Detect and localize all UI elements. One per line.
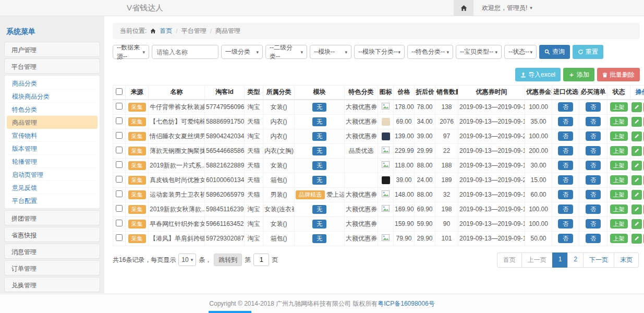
filter-select-状态[interactable]: --状态--▾ xyxy=(504,45,537,59)
must-buy-toggle[interactable]: 否 xyxy=(586,234,601,243)
per-page-select[interactable]: 10 ▾ xyxy=(178,254,196,266)
status-toggle[interactable]: 上架 xyxy=(610,175,628,185)
row-checkbox[interactable] xyxy=(116,220,123,226)
status-toggle[interactable]: 上架 xyxy=(610,161,628,170)
status-toggle[interactable]: 上架 xyxy=(610,204,628,214)
sidebar-group-拼团管理[interactable]: 拼团管理 xyxy=(4,210,100,225)
sidebar-item-轮播管理[interactable]: 轮播管理 xyxy=(7,155,98,168)
pager-button-末页[interactable]: 末页 xyxy=(614,252,639,268)
edit-button[interactable] xyxy=(631,204,642,214)
status-toggle[interactable]: 上架 xyxy=(610,102,628,112)
sidebar-item-意见反馈[interactable]: 意见反馈 xyxy=(7,181,98,194)
import-select-toggle[interactable]: 否 xyxy=(558,161,573,170)
pager-button-1[interactable]: 1 xyxy=(552,252,568,268)
must-buy-toggle[interactable]: 否 xyxy=(586,146,601,155)
must-buy-toggle[interactable]: 否 xyxy=(586,204,601,214)
sidebar-item-特色分类[interactable]: 特色分类 xyxy=(7,103,98,116)
import-select-toggle[interactable]: 否 xyxy=(558,234,573,243)
edit-button[interactable] xyxy=(631,234,642,244)
sidebar-group-订单管理[interactable]: 订单管理 xyxy=(4,260,100,275)
edit-button[interactable] xyxy=(631,102,642,112)
import-excel-button[interactable]: 导入excel xyxy=(515,68,561,81)
pager-button-2[interactable]: 2 xyxy=(567,252,584,268)
row-checkbox[interactable] xyxy=(116,190,123,197)
row-checkbox[interactable] xyxy=(116,161,123,168)
must-buy-toggle[interactable]: 否 xyxy=(586,175,601,185)
sidebar-item-商品管理[interactable]: 商品管理 xyxy=(7,116,98,129)
filter-select-一级分类[interactable]: 一级分类▾ xyxy=(221,45,263,59)
row-checkbox[interactable] xyxy=(116,234,123,241)
edit-button[interactable] xyxy=(631,117,642,127)
filter-select-二级分类[interactable]: --二级分类--▾ xyxy=(265,45,307,59)
icp-link[interactable]: 粤ICP备16098006号 xyxy=(378,299,434,308)
status-toggle[interactable]: 上架 xyxy=(610,234,628,243)
status-toggle[interactable]: 上架 xyxy=(610,219,628,228)
edit-button[interactable] xyxy=(631,131,642,141)
status-toggle[interactable]: 上架 xyxy=(610,131,628,141)
row-checkbox[interactable] xyxy=(116,132,123,139)
sidebar-group-省惠快报[interactable]: 省惠快报 xyxy=(4,227,100,242)
select-all-checkbox[interactable] xyxy=(116,88,123,95)
must-buy-toggle[interactable]: 否 xyxy=(586,219,601,228)
status-toggle[interactable]: 上架 xyxy=(610,117,628,126)
sidebar-item-平台配置[interactable]: 平台配置 xyxy=(7,194,98,207)
sidebar-item-模块商品分类[interactable]: 模块商品分类 xyxy=(7,90,98,103)
sidebar-item-商品分类[interactable]: 商品分类 xyxy=(7,77,98,90)
col-header-price: 价格 xyxy=(394,86,415,100)
cell-type: 天猫 xyxy=(245,143,263,158)
import-select-toggle[interactable]: 否 xyxy=(558,175,573,185)
sidebar-group-兑换管理[interactable]: 兑换管理 xyxy=(4,277,100,292)
row-checkbox[interactable] xyxy=(116,117,123,124)
must-buy-toggle[interactable]: 否 xyxy=(586,102,601,112)
filter-select-模块[interactable]: --模块--▾ xyxy=(310,45,351,59)
import-select-toggle[interactable]: 否 xyxy=(558,131,573,141)
row-checkbox[interactable] xyxy=(116,205,123,212)
import-select-toggle[interactable]: 否 xyxy=(558,190,573,199)
horizontal-scrollbar-thumb[interactable] xyxy=(209,311,251,313)
name-search-input[interactable] xyxy=(152,45,218,59)
must-buy-toggle[interactable]: 否 xyxy=(586,190,601,199)
filter-select-数据来源[interactable]: --数据来源--▾ xyxy=(113,45,149,59)
add-button[interactable]: ＋ 添加 xyxy=(563,68,594,81)
sidebar-group-平台管理[interactable]: 平台管理 xyxy=(4,58,100,74)
row-checkbox[interactable] xyxy=(116,147,123,153)
pager-button-上一页[interactable]: 上一页 xyxy=(521,252,553,268)
status-toggle[interactable]: 上架 xyxy=(610,190,628,199)
pager-button-首页[interactable]: 首页 xyxy=(497,252,522,268)
search-button[interactable]: 查询 xyxy=(539,45,570,59)
filter-select-特色分类[interactable]: --特色分类--▾ xyxy=(407,45,453,59)
sidebar-item-版本管理[interactable]: 版本管理 xyxy=(7,142,98,155)
row-checkbox[interactable] xyxy=(116,176,123,183)
breadcrumb-home-link[interactable]: 首页 xyxy=(160,27,172,35)
sidebar-group-用户管理[interactable]: 用户管理 xyxy=(4,42,100,57)
edit-button[interactable] xyxy=(631,175,642,185)
sidebar-item-启动页管理[interactable]: 启动页管理 xyxy=(7,168,98,181)
must-buy-toggle[interactable]: 否 xyxy=(586,161,601,170)
import-select-toggle[interactable]: 否 xyxy=(558,204,573,214)
edit-button[interactable] xyxy=(631,190,642,200)
import-select-toggle[interactable]: 否 xyxy=(558,117,573,126)
edit-button[interactable] xyxy=(631,219,642,229)
must-buy-toggle[interactable]: 否 xyxy=(586,117,601,126)
module-badge: 无 xyxy=(312,147,326,155)
home-button[interactable] xyxy=(454,0,473,16)
jump-page-input[interactable] xyxy=(253,254,269,266)
row-checkbox[interactable] xyxy=(116,103,123,110)
import-select-toggle[interactable]: 否 xyxy=(558,146,573,155)
reset-button[interactable]: 重置 xyxy=(573,45,603,59)
import-select-toggle[interactable]: 否 xyxy=(558,102,573,112)
cell-import_select: 否 xyxy=(552,173,579,187)
pager-button-下一页[interactable]: 下一页 xyxy=(583,252,614,268)
import-select-toggle[interactable]: 否 xyxy=(558,219,573,228)
sidebar-group-消息管理[interactable]: 消息管理 xyxy=(4,244,100,259)
edit-button[interactable] xyxy=(631,146,642,156)
must-buy-toggle[interactable]: 否 xyxy=(586,131,601,141)
sidebar-item-宣传物料[interactable]: 宣传物料 xyxy=(7,129,98,142)
user-menu[interactable]: 欢迎您，管理员! ▾ xyxy=(473,0,541,16)
edit-button[interactable] xyxy=(631,161,642,171)
batch-delete-button[interactable]: 批量删除 xyxy=(597,68,640,81)
status-toggle[interactable]: 上架 xyxy=(610,146,628,155)
jump-button[interactable]: 跳转到 xyxy=(214,254,242,266)
filter-select-模块下分类[interactable]: --模块下分类--▾ xyxy=(354,45,405,59)
filter-select-宝贝类型[interactable]: --宝贝类型--▾ xyxy=(456,45,502,59)
